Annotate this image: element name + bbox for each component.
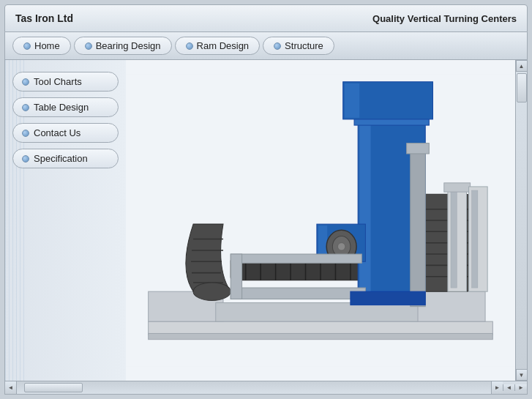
- nav-item-structure[interactable]: Structure: [263, 37, 334, 55]
- sidebar-label-tool-charts: Tool Charts: [34, 76, 82, 87]
- right-scrollbar: ▲ ▼: [515, 60, 527, 381]
- svg-rect-40: [472, 190, 478, 288]
- sidebar-label-contact-us: Contact Us: [34, 127, 80, 138]
- sidebar-dot-specification: [22, 155, 29, 163]
- scroll-left-arrow: ◄: [8, 384, 14, 391]
- scroll-right-button[interactable]: ►: [491, 381, 503, 394]
- svg-point-45: [338, 243, 345, 250]
- sidebar-dot-table-design: [22, 104, 29, 111]
- svg-rect-32: [359, 121, 370, 297]
- corner-left-arrow: ◄: [506, 384, 512, 391]
- sidebar-item-table-design[interactable]: Table Design: [12, 97, 119, 117]
- sidebar-item-specification[interactable]: Specification: [12, 149, 119, 168]
- svg-rect-1: [149, 321, 493, 335]
- nav-label-structure: Structure: [285, 40, 323, 51]
- scroll-up-arrow: ▲: [519, 63, 525, 70]
- scroll-right-arrow: ►: [495, 384, 501, 391]
- svg-rect-5: [216, 303, 418, 322]
- header-bar: Tas Iron Ltd Quality Vertical Turning Ce…: [4, 4, 528, 32]
- nav-label-bearing: Bearing Design: [96, 40, 161, 51]
- nav-item-bearing-design[interactable]: Bearing Design: [74, 37, 172, 55]
- company-tagline: Quality Vertical Turning Centers: [372, 13, 517, 24]
- scroll-up-button[interactable]: ▲: [516, 60, 528, 72]
- svg-rect-49: [411, 149, 425, 307]
- sidebar-dot-contact-us: [22, 130, 29, 137]
- bottom-right-corner: ◄ ►: [503, 384, 527, 391]
- svg-rect-48: [231, 254, 241, 299]
- nav-bar: Home Bearing Design Ram Design Structure: [4, 32, 528, 60]
- svg-rect-51: [351, 291, 425, 305]
- svg-rect-50: [407, 143, 430, 154]
- nav-item-home[interactable]: Home: [12, 37, 71, 55]
- sidebar-item-tool-charts[interactable]: Tool Charts: [12, 72, 119, 92]
- sidebar-dot-tool-charts: [22, 78, 29, 86]
- corner-right-button[interactable]: ►: [515, 384, 527, 391]
- svg-rect-2: [149, 333, 493, 339]
- svg-rect-38: [444, 183, 471, 192]
- scroll-thumb[interactable]: [517, 73, 527, 102]
- corner-left-button[interactable]: ◄: [503, 384, 515, 391]
- left-sidebar: Tool Charts Table Design Contact Us Spec…: [5, 60, 126, 381]
- nav-label-ram: Ram Design: [197, 40, 250, 51]
- svg-point-11: [193, 283, 231, 301]
- sidebar-label-table-design: Table Design: [34, 102, 89, 113]
- scroll-down-arrow: ▼: [519, 372, 525, 379]
- scroll-track[interactable]: [516, 72, 527, 369]
- nav-dot-structure: [274, 42, 281, 50]
- sidebar-label-specification: Specification: [34, 153, 88, 164]
- svg-rect-47: [231, 288, 365, 299]
- nav-item-ram-design[interactable]: Ram Design: [175, 37, 261, 55]
- svg-rect-35: [345, 83, 359, 118]
- nav-dot-home: [23, 42, 31, 50]
- hscroll-track[interactable]: [17, 381, 491, 394]
- company-title: Tas Iron Ltd: [15, 12, 73, 24]
- svg-rect-37: [451, 190, 457, 288]
- svg-rect-46: [231, 254, 361, 263]
- hscroll-thumb[interactable]: [24, 383, 83, 392]
- machine-illustration: [126, 60, 515, 381]
- machine-svg: [126, 60, 515, 381]
- bottom-scrollbar: ◄ ► ◄ ►: [4, 381, 528, 395]
- scroll-down-button[interactable]: ▼: [516, 369, 528, 381]
- nav-dot-ram: [186, 42, 193, 50]
- scroll-left-button[interactable]: ◄: [5, 381, 17, 394]
- content-area: Tool Charts Table Design Contact Us Spec…: [4, 60, 528, 381]
- sidebar-item-contact-us[interactable]: Contact Us: [12, 123, 119, 143]
- app-window: Tas Iron Ltd Quality Vertical Turning Ce…: [0, 0, 532, 399]
- nav-dot-bearing: [85, 42, 92, 50]
- nav-label-home: Home: [34, 40, 60, 51]
- corner-right-arrow: ►: [518, 384, 524, 391]
- main-content: [126, 60, 515, 381]
